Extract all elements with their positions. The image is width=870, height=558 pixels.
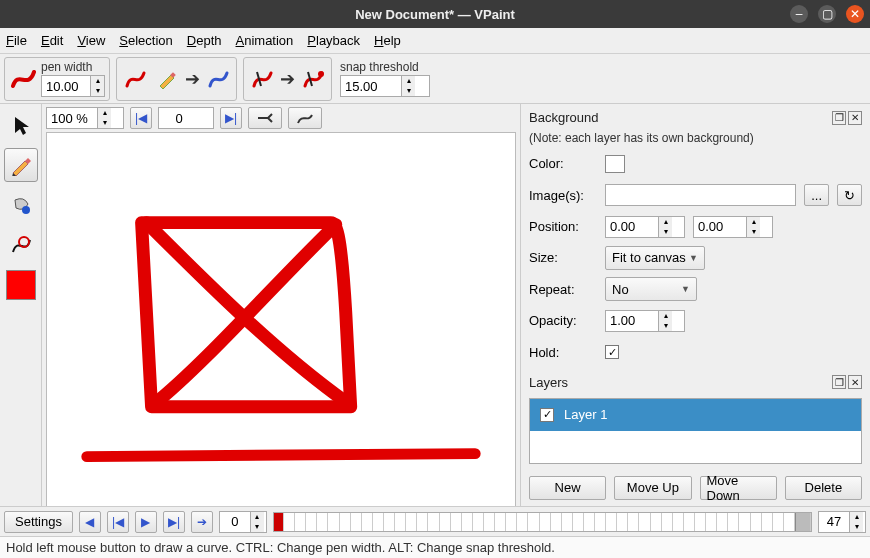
tl-goto-end[interactable]: ➔	[191, 511, 213, 533]
pen-width-down[interactable]: ▾	[91, 86, 104, 96]
timeline-track[interactable]	[273, 512, 812, 532]
menu-animation[interactable]: Animation	[236, 33, 294, 48]
arrow-icon-2: ➔	[280, 68, 295, 90]
layers-title: Layers	[529, 375, 568, 390]
timeline-current-frame-marker[interactable]	[274, 513, 284, 531]
repeat-label: Repeat:	[529, 282, 597, 297]
pos-y-spinner[interactable]: ▴▾	[693, 216, 773, 238]
layer-delete-button[interactable]: Delete	[785, 476, 862, 500]
tl-end-frame-spinner[interactable]: ▴▾	[818, 511, 866, 533]
layer-moveup-button[interactable]: Move Up	[614, 476, 691, 500]
pen-width-spinner[interactable]: ▴▾	[41, 75, 105, 97]
main-area: ▴▾ |◀ ▶| Background ❐✕	[0, 104, 870, 506]
bg-color-well[interactable]	[605, 155, 625, 173]
sculpt-tool-group[interactable]: ➔	[116, 57, 237, 101]
snap-after-icon	[299, 65, 327, 93]
hold-checkbox[interactable]: ✓	[605, 345, 619, 359]
tl-step-fwd[interactable]: ▶|	[163, 511, 185, 533]
menu-edit[interactable]: Edit	[41, 33, 63, 48]
tl-goto-start[interactable]: ◀	[79, 511, 101, 533]
menu-help[interactable]: Help	[374, 33, 401, 48]
layers-list[interactable]: ✓ Layer 1	[529, 398, 862, 464]
background-note: (Note: each layer has its own background…	[529, 131, 862, 145]
reload-button[interactable]: ↻	[837, 184, 862, 206]
status-text: Hold left mouse button to draw a curve. …	[6, 540, 555, 555]
opacity-label: Opacity:	[529, 313, 597, 328]
curve-mode-button[interactable]	[288, 107, 322, 129]
settings-button[interactable]: Settings	[4, 511, 73, 533]
close-panel-icon[interactable]: ✕	[848, 111, 862, 125]
browse-button[interactable]: ...	[804, 184, 829, 206]
sculpt-tool[interactable]	[4, 228, 38, 262]
snap-threshold-spinner[interactable]: ▴▾	[340, 75, 430, 97]
timeline-scrollbar-end[interactable]	[795, 513, 811, 531]
frame-input[interactable]	[159, 108, 199, 128]
curve-blue-icon	[204, 65, 232, 93]
snap-up[interactable]: ▴	[402, 76, 415, 86]
menu-playback[interactable]: Playback	[307, 33, 360, 48]
repeat-combo[interactable]: No▼	[605, 277, 697, 301]
menu-selection[interactable]: Selection	[119, 33, 172, 48]
layer-row-empty[interactable]	[530, 431, 861, 463]
window-title: New Document* — VPaint	[355, 7, 515, 22]
snap-threshold-input[interactable]	[341, 76, 401, 96]
tl-play[interactable]: ▶	[135, 511, 157, 533]
tool-strip	[0, 104, 42, 506]
last-frame-button[interactable]: ▶|	[220, 107, 242, 129]
menu-depth[interactable]: Depth	[187, 33, 222, 48]
paint-tool[interactable]	[4, 188, 38, 222]
snap-down[interactable]: ▾	[402, 86, 415, 96]
status-bar: Hold left mouse button to draw a curve. …	[0, 536, 870, 558]
color-picker[interactable]	[4, 268, 38, 302]
undock-icon[interactable]: ❐	[832, 111, 846, 125]
layer-visible-checkbox[interactable]: ✓	[540, 408, 554, 422]
maximize-button[interactable]: ▢	[818, 5, 836, 23]
menu-file[interactable]: File	[6, 33, 27, 48]
svg-marker-3	[15, 117, 29, 135]
layer-row[interactable]: ✓ Layer 1	[530, 399, 861, 431]
tl-step-back[interactable]: |◀	[107, 511, 129, 533]
svg-point-7	[22, 206, 30, 214]
canvas-drawing	[47, 133, 515, 506]
layers-undock-icon[interactable]: ❐	[832, 375, 846, 389]
size-combo[interactable]: Fit to canvas▼	[605, 246, 705, 270]
pen-width-label: pen width	[41, 60, 105, 74]
snap-tool-group[interactable]: ➔	[243, 57, 332, 101]
layer-name: Layer 1	[564, 407, 607, 422]
canvas-toolbar: ▴▾ |◀ ▶|	[42, 104, 520, 132]
svg-marker-0	[160, 75, 174, 89]
tl-frame-spinner[interactable]: ▴▾	[219, 511, 267, 533]
select-tool[interactable]	[4, 108, 38, 142]
pen-width-input[interactable]	[42, 76, 90, 96]
frame-spinner[interactable]	[158, 107, 214, 129]
timeline-bar: Settings ◀ |◀ ▶ ▶| ➔ ▴▾ ▴▾	[0, 506, 870, 536]
layer-new-button[interactable]: New	[529, 476, 606, 500]
svg-marker-4	[13, 161, 28, 176]
images-field[interactable]	[605, 184, 796, 206]
close-button[interactable]: ✕	[846, 5, 864, 23]
menu-view[interactable]: View	[77, 33, 105, 48]
hold-label: Hold:	[529, 345, 597, 360]
pos-x-spinner[interactable]: ▴▾	[605, 216, 685, 238]
first-frame-button[interactable]: |◀	[130, 107, 152, 129]
zoom-spinner[interactable]: ▴▾	[46, 107, 124, 129]
topology-mode-button[interactable]	[248, 107, 282, 129]
background-panel-header: Background ❐✕	[529, 110, 862, 125]
pen-width-up[interactable]: ▴	[91, 76, 104, 86]
current-color-swatch[interactable]	[6, 270, 36, 300]
svg-point-2	[318, 71, 324, 77]
minimize-button[interactable]: –	[790, 5, 808, 23]
layers-close-icon[interactable]: ✕	[848, 375, 862, 389]
pen-width-group: pen width ▴▾	[4, 57, 110, 101]
main-toolbar: pen width ▴▾ ➔ ➔ snap threshold ▴▾	[0, 54, 870, 104]
zoom-input[interactable]	[47, 108, 97, 128]
layer-movedown-button[interactable]: Move Down	[700, 476, 777, 500]
snap-threshold-label: snap threshold	[340, 60, 430, 74]
size-label: Size:	[529, 250, 597, 265]
svg-point-8	[19, 237, 29, 247]
snap-before-icon	[248, 65, 276, 93]
sketch-tool[interactable]	[4, 148, 38, 182]
drawing-canvas[interactable]	[46, 132, 516, 506]
opacity-spinner[interactable]: ▴▾	[605, 310, 685, 332]
position-label: Position:	[529, 219, 597, 234]
